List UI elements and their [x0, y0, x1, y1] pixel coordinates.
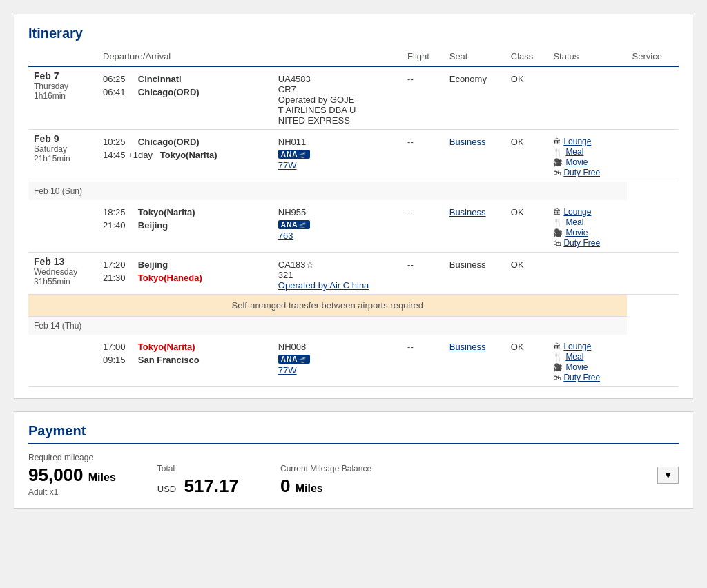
service-item: 🛍 Duty Free — [553, 373, 621, 382]
arr-city: Tokyo(Haneda) — [133, 273, 202, 283]
service-link-duty free[interactable]: Duty Free — [563, 238, 600, 248]
date-cell: Feb 9 Saturday 21h15min — [28, 130, 97, 182]
mileage-unit: Miles — [88, 471, 116, 483]
date-cell — [28, 335, 97, 387]
service-item: 🏛 Lounge — [553, 207, 621, 217]
operated-link[interactable]: Operated by Air C hina — [278, 280, 369, 291]
aircraft-link[interactable]: 77W — [278, 160, 297, 170]
itinerary-section: Itinerary Departure/Arrival Flight Seat … — [14, 14, 693, 399]
seat-cell: -- — [402, 130, 444, 182]
aircraft-link[interactable]: 77W — [278, 365, 297, 375]
arr-city: San Francisco — [133, 355, 200, 365]
service-item: 🏛 Lounge — [553, 137, 621, 146]
status-cell: OK — [505, 66, 548, 130]
dep-city: Tokyo(Narita) — [133, 207, 195, 217]
arr-time: 21:40 — [103, 220, 130, 231]
dep-city: Cincinnati — [133, 74, 182, 84]
service-link-movie[interactable]: Movie — [565, 228, 588, 237]
service-link-lounge[interactable]: Lounge — [563, 342, 591, 351]
flight-cell: NH011 ANA🛫 77W — [273, 130, 402, 182]
class-link[interactable]: Business — [449, 137, 486, 147]
itinerary-title: Itinerary — [28, 26, 679, 41]
date-cell: Feb 13 Wednesday 31h55min — [28, 253, 97, 295]
date-sub1: Wednesday — [34, 267, 92, 277]
date-sub1: Saturday — [34, 144, 92, 154]
service-link-duty free[interactable]: Duty Free — [563, 373, 600, 382]
flight-aircraft: 77W — [278, 160, 396, 170]
table-row: 17:00 Tokyo(Narita) 09:15 San Francisco … — [28, 335, 679, 387]
col-header-date — [28, 48, 97, 66]
table-row: Feb 9 Saturday 21h15min 10:25 Chicago(OR… — [28, 130, 679, 182]
movie-icon: 🎥 — [553, 363, 563, 372]
total-col: Total USD 517.17 — [157, 464, 239, 497]
col-header-dep-arr: Departure/Arrival — [97, 48, 402, 66]
seat-cell: -- — [402, 200, 444, 253]
ana-logo: ANA🛫 — [278, 220, 310, 229]
dep-arr-cell: 10:25 Chicago(ORD) 14:45 +1day Tokyo(Nar… — [97, 130, 273, 182]
required-mileage-label: Required mileage — [28, 453, 116, 462]
col-header-status: Status — [548, 48, 626, 66]
col-header-service: Service — [627, 48, 679, 66]
arr-city: Beijing — [133, 220, 168, 231]
arr-city: Tokyo(Narita) — [155, 150, 217, 160]
balance-label: Current Mileage Balance — [280, 464, 371, 473]
flight-cell: NH955 ANA🛫 763 — [273, 200, 402, 253]
dep-arr-cell: 06:25 Cincinnati 06:41 Chicago(ORD) — [97, 66, 273, 130]
lounge-icon: 🏛 — [553, 342, 561, 351]
date-sub1: Thursday — [34, 81, 92, 91]
col-header-class: Class — [505, 48, 548, 66]
transfer-banner: Self-arranged transfer between airports … — [28, 295, 627, 317]
service-link-lounge[interactable]: Lounge — [563, 137, 591, 146]
class-link[interactable]: Business — [449, 342, 486, 352]
payment-grid: Required mileage 95,000 Miles Adult x1 T… — [28, 453, 679, 497]
service-link-meal[interactable]: Meal — [565, 217, 583, 227]
arr-time: 14:45 +1day — [103, 150, 153, 160]
class-cell: Business — [444, 200, 505, 253]
service-cell — [548, 253, 626, 295]
table-row: Feb 7 Thursday 1h16min 06:25 Cincinnati … — [28, 66, 679, 130]
payment-dropdown-button[interactable]: ▼ — [657, 467, 679, 484]
service-link-meal[interactable]: Meal — [565, 147, 583, 157]
date-main: Feb 13 — [34, 256, 92, 267]
service-link-lounge[interactable]: Lounge — [563, 207, 591, 217]
flight-line5: NITED EXPRESS — [278, 115, 396, 126]
flight-number: NH955 — [278, 207, 396, 217]
service-item: 🍴 Meal — [553, 217, 621, 227]
class-cell: Economy — [444, 66, 505, 130]
flight-cell: UA4583CR7Operated by GOJET AIRLINES DBA … — [273, 66, 402, 130]
duty free-icon: 🛍 — [553, 373, 561, 382]
dep-time: 17:20 — [103, 259, 130, 270]
departure-row: 10:25 Chicago(ORD) — [103, 137, 267, 147]
status-cell: OK — [505, 253, 548, 295]
service-link-meal[interactable]: Meal — [565, 352, 583, 362]
arrival-row: 21:40 Beijing — [103, 220, 267, 231]
payment-section: Payment Required mileage 95,000 Miles Ad… — [14, 411, 693, 509]
date-sub2: 21h15min — [34, 154, 92, 164]
table-row: 18:25 Tokyo(Narita) 21:40 Beijing NH955 … — [28, 200, 679, 253]
balance-number: 0 — [280, 476, 290, 496]
flight-aircraft: 763 — [278, 231, 396, 241]
class-link[interactable]: Business — [449, 207, 486, 217]
ana-logo: ANA🛫 — [278, 150, 310, 159]
aircraft-link[interactable]: 763 — [278, 231, 293, 241]
arrival-row: 14:45 +1day Tokyo(Narita) — [103, 150, 267, 160]
date-main: Feb 7 — [34, 70, 92, 81]
arrival-row: 09:15 San Francisco — [103, 355, 267, 365]
flight-line3: Operated by GOJE — [278, 95, 396, 105]
flight-line2: CR7 — [278, 84, 396, 95]
balance-value: 0 Miles — [280, 476, 371, 497]
seat-cell: -- — [402, 335, 444, 387]
interstitial-row: Feb 14 (Thu) — [28, 317, 679, 335]
service-link-movie[interactable]: Movie — [565, 157, 588, 167]
total-amount: 517.17 — [184, 476, 239, 496]
service-link-duty free[interactable]: Duty Free — [563, 168, 600, 177]
col-header-seat: Seat — [444, 48, 505, 66]
arrival-row: 06:41 Chicago(ORD) — [103, 87, 267, 97]
status-cell: OK — [505, 200, 548, 253]
service-link-movie[interactable]: Movie — [565, 362, 588, 372]
meal-icon: 🍴 — [553, 218, 563, 227]
date-sub2: 31h55min — [34, 277, 92, 286]
dep-arr-cell: 17:00 Tokyo(Narita) 09:15 San Francisco — [97, 335, 273, 387]
movie-icon: 🎥 — [553, 228, 563, 237]
ana-logo: ANA🛫 — [278, 355, 310, 364]
